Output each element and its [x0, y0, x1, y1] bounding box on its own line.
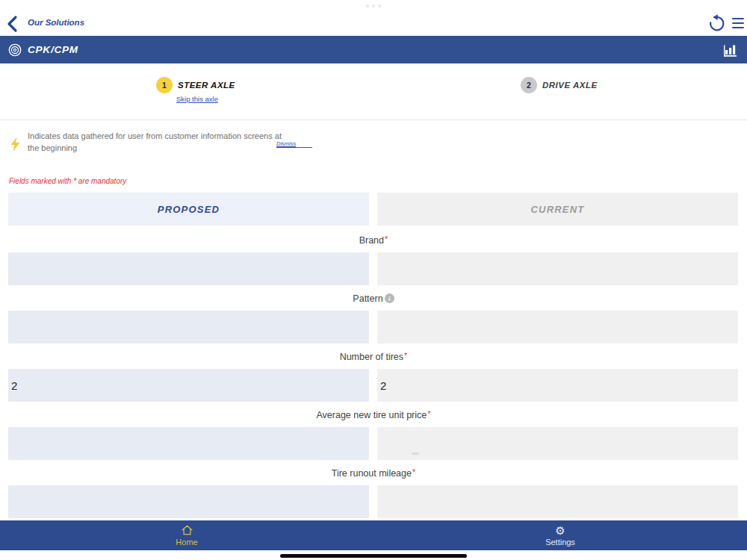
- current-column-header: CURRENT: [377, 193, 738, 225]
- app-screen: Our Solutions CPK/CPM: [0, 0, 747, 560]
- field-inputs: [0, 252, 747, 285]
- field-inputs: [0, 369, 747, 402]
- proposed-value-input[interactable]: [8, 369, 369, 402]
- home-indicator-strip: [0, 550, 747, 560]
- form-field-row: Number of tires *: [0, 350, 747, 402]
- nav-item-settings[interactable]: ⚙ Settings: [374, 520, 747, 550]
- info-icon[interactable]: i: [385, 293, 394, 303]
- proposed-value-input[interactable]: [8, 252, 369, 285]
- form-field-row: Average new tire unit price *: [0, 408, 747, 460]
- home-indicator-bar[interactable]: [280, 554, 467, 558]
- step-2-badge: 2: [521, 77, 537, 93]
- home-label: Home: [176, 538, 197, 547]
- field-inputs: [0, 427, 747, 460]
- current-value-input[interactable]: [377, 427, 738, 460]
- required-asterisk: *: [404, 351, 407, 360]
- settings-label: Settings: [545, 538, 575, 547]
- undo-button[interactable]: [707, 13, 726, 33]
- field-label: Average new tire unit price *: [0, 408, 747, 421]
- form-fields: Brand * Pattern i Number of tires *: [0, 234, 747, 518]
- field-label-text: Brand: [359, 235, 384, 246]
- nav-item-home[interactable]: Home: [0, 520, 374, 550]
- undo-icon: [707, 13, 726, 33]
- step-1-label: STEER AXLE: [178, 81, 235, 90]
- proposed-value-input[interactable]: [8, 311, 369, 343]
- info-banner: Indicates data gathered for user from cu…: [0, 120, 747, 167]
- skip-this-axle-link[interactable]: Skip this axle: [176, 95, 218, 103]
- chart-button[interactable]: [722, 43, 739, 57]
- proposed-value-input[interactable]: [8, 485, 369, 518]
- gear-icon: ⚙: [555, 525, 565, 536]
- axle-stepper: 1 STEER AXLE Skip this axle 2 DRIVE AXLE: [0, 63, 747, 120]
- form-field-row: Tire runout mileage *: [0, 467, 747, 518]
- step-drive-axle[interactable]: 2 DRIVE AXLE: [521, 77, 598, 93]
- breadcrumb-our-solutions[interactable]: Our Solutions: [28, 18, 84, 27]
- field-label: Pattern i: [0, 292, 747, 305]
- field-label-text: Number of tires: [340, 352, 403, 362]
- page-title: CPK/CPM: [28, 44, 78, 55]
- cut-off-next-field: [412, 452, 419, 455]
- current-value-input[interactable]: [377, 485, 738, 518]
- step-2-label: DRIVE AXLE: [542, 81, 598, 90]
- required-asterisk: *: [385, 234, 388, 243]
- app-header-bar: CPK/CPM: [0, 36, 747, 63]
- field-label: Tire runout mileage *: [0, 467, 747, 479]
- step-1-badge: 1: [156, 77, 173, 93]
- field-label-text: Average new tire unit price: [316, 410, 427, 420]
- column-headers: PROPOSED CURRENT: [0, 193, 747, 225]
- home-icon: [181, 524, 193, 536]
- back-button[interactable]: [4, 15, 22, 33]
- chevron-left-icon: [4, 15, 22, 33]
- hamburger-menu-button[interactable]: [732, 17, 744, 29]
- form-field-row: Pattern i: [0, 292, 747, 343]
- field-label-text: Tire runout mileage: [332, 468, 412, 479]
- proposed-value-input[interactable]: [8, 427, 369, 460]
- multitask-dots-icon: [366, 4, 381, 7]
- top-nav-bar: Our Solutions: [0, 0, 747, 36]
- lightning-icon: [10, 137, 21, 152]
- current-value-input[interactable]: [377, 311, 738, 343]
- info-banner-message: Indicates data gathered for user from cu…: [28, 131, 282, 155]
- mandatory-fields-note: Fields marked with * are mandatory: [9, 177, 747, 186]
- current-value-input[interactable]: [377, 369, 738, 402]
- proposed-column-header: PROPOSED: [8, 193, 369, 225]
- app-logo-icon: [8, 43, 22, 57]
- field-label-text: Pattern: [353, 293, 382, 304]
- field-label: Brand *: [0, 234, 747, 246]
- bottom-nav-bar: Home ⚙ Settings: [0, 520, 747, 550]
- field-inputs: [0, 311, 747, 343]
- required-asterisk: *: [412, 467, 415, 476]
- bar-chart-icon: [722, 43, 739, 57]
- form-field-row: Brand *: [0, 234, 747, 285]
- field-label: Number of tires *: [0, 350, 747, 363]
- field-inputs: [0, 485, 747, 518]
- current-value-input[interactable]: [377, 252, 738, 285]
- step-steer-axle[interactable]: 1 STEER AXLE: [156, 77, 235, 93]
- required-asterisk: *: [427, 409, 430, 418]
- dismiss-link[interactable]: Dismiss: [276, 140, 312, 148]
- form-scroll-area[interactable]: 1 STEER AXLE Skip this axle 2 DRIVE AXLE…: [0, 63, 747, 520]
